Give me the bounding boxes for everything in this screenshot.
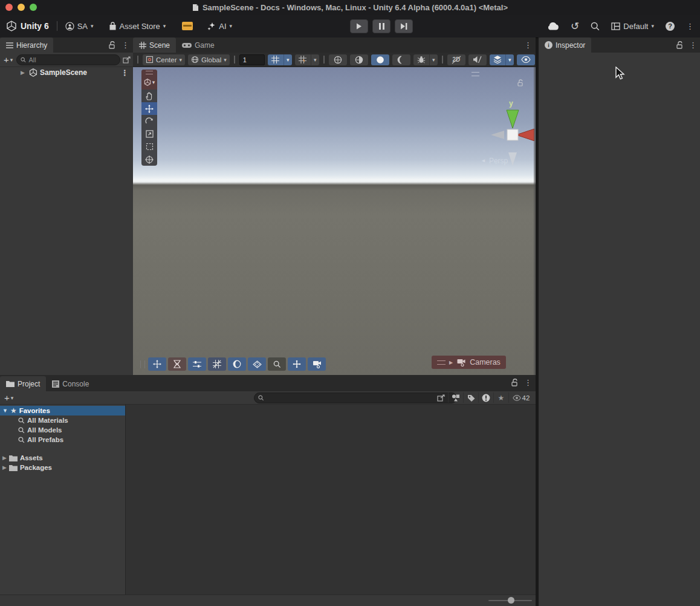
step-button[interactable] <box>395 19 413 33</box>
filter-by-label-button[interactable] <box>463 393 478 403</box>
shadows-toggle[interactable] <box>392 54 410 65</box>
tree-item-all-materials[interactable]: All Materials <box>0 415 125 425</box>
disclosure-open-icon[interactable]: ▼ <box>2 408 8 414</box>
grid-snapping-toggle[interactable] <box>268 54 284 65</box>
layout-dropdown[interactable]: Default ▾ <box>611 22 654 31</box>
axis-y-cone[interactable] <box>507 110 519 128</box>
lighting-toggle[interactable] <box>371 54 389 65</box>
debug-draw-mode-dropdown[interactable]: ▾ <box>429 54 438 65</box>
overlay-move-button[interactable] <box>148 357 166 371</box>
overlay-history-button[interactable] <box>168 357 186 371</box>
overlay-iso-grid-button[interactable] <box>248 357 266 371</box>
grid-snapping-dropdown[interactable]: ▾ <box>284 54 292 65</box>
tab-console[interactable]: Console <box>46 376 95 391</box>
project-search[interactable] <box>254 393 457 403</box>
lock-icon[interactable] <box>109 41 115 49</box>
panel-menu-icon[interactable]: ⋮ <box>122 41 129 50</box>
panel-menu-icon[interactable]: ⋮ <box>524 41 532 50</box>
tab-scene[interactable]: Scene <box>133 37 176 53</box>
drag-handle[interactable] <box>137 56 138 64</box>
tree-item-packages[interactable]: ▶ Packages <box>0 463 125 472</box>
move-tool-button[interactable] <box>141 102 157 115</box>
2d-view-toggle[interactable]: 2D <box>447 54 465 65</box>
thumbnail-zoom-slider[interactable] <box>488 600 532 601</box>
tab-game[interactable]: Game <box>176 37 221 53</box>
scene-visibility-toggle[interactable] <box>517 54 535 65</box>
tree-item-assets[interactable]: ▶ Assets <box>0 453 125 463</box>
orientation-mode-dropdown[interactable]: Global ▾ <box>188 54 230 65</box>
overlay-drag-handle[interactable] <box>141 70 157 75</box>
toolbar-more-menu[interactable]: ⋮ <box>686 22 694 31</box>
axis-left-cone[interactable] <box>491 131 504 139</box>
item-menu-icon[interactable]: ⋮ <box>121 68 129 77</box>
zoom-window-button[interactable] <box>30 4 37 11</box>
panel-menu-icon[interactable]: ⋮ <box>689 41 697 50</box>
scene-scrollbar[interactable] <box>534 67 536 375</box>
package-manager-button[interactable] <box>182 22 193 30</box>
tree-item-all-prefabs[interactable]: All Prefabs <box>0 435 125 445</box>
gizmo-center-cube[interactable] <box>507 129 518 140</box>
disclosure-icon[interactable]: ▶ <box>21 70 25 76</box>
hierarchy-item-samplescene[interactable]: ▶ SampleScene ⋮ <box>0 67 133 78</box>
disclosure-closed-icon[interactable]: ▶ <box>2 455 7 461</box>
tab-project[interactable]: Project <box>0 376 46 391</box>
drag-handle[interactable] <box>442 56 443 64</box>
pivot-mode-dropdown[interactable]: Center ▾ <box>143 54 185 65</box>
asset-store-menu[interactable]: Asset Store ▾ <box>109 22 166 31</box>
overlay-drag-handle[interactable] <box>437 360 446 365</box>
visible-count-indicator[interactable]: 42 <box>508 393 533 403</box>
lock-icon[interactable] <box>511 379 518 386</box>
disclosure-closed-icon[interactable]: ▶ <box>2 464 7 471</box>
ai-menu[interactable]: AI ▾ <box>207 22 232 31</box>
rotate-tool-button[interactable] <box>141 115 157 128</box>
grid-visibility-dropdown[interactable]: ▾ <box>311 54 319 65</box>
filter-importance-button[interactable] <box>478 393 493 403</box>
panel-menu-icon[interactable]: ⋮ <box>524 378 532 387</box>
grid-snap-value-field[interactable] <box>239 54 265 65</box>
open-in-search-button[interactable] <box>433 393 448 403</box>
tool-settings-dropdown[interactable]: ▾ <box>141 75 157 90</box>
close-window-button[interactable] <box>5 4 13 11</box>
overlay-cameras-button[interactable] <box>308 357 326 371</box>
help-button[interactable]: ? <box>666 22 675 31</box>
drag-handle[interactable] <box>140 360 145 368</box>
tab-hierarchy[interactable]: Hierarchy <box>0 37 53 53</box>
overlay-grid-button[interactable] <box>208 357 226 371</box>
filter-by-type-button[interactable] <box>448 393 463 403</box>
search-icon[interactable] <box>591 22 600 31</box>
shading-shaded-wireframe-toggle[interactable] <box>350 54 368 65</box>
gizmo-lock-icon[interactable] <box>517 79 523 86</box>
effects-toggle[interactable] <box>490 54 505 65</box>
gizmo-drag-handle[interactable] <box>472 72 479 76</box>
debug-draw-mode-toggle[interactable] <box>413 54 429 65</box>
overlay-settings-button[interactable] <box>188 357 206 371</box>
cameras-overlay[interactable]: ▶ Cameras <box>432 356 506 369</box>
tree-item-all-models[interactable]: All Models <box>0 425 125 435</box>
overlay-transform-button[interactable] <box>288 357 306 371</box>
transform-tool-button[interactable] <box>141 153 157 166</box>
minimize-window-button[interactable] <box>18 4 25 11</box>
overlay-shading-button[interactable] <box>228 357 246 371</box>
cloud-services-icon[interactable] <box>546 22 559 30</box>
overlay-search-button[interactable] <box>268 357 286 371</box>
create-object-button[interactable]: + ▾ <box>2 54 14 65</box>
axis-x-cone[interactable] <box>516 129 534 141</box>
rect-tool-button[interactable] <box>141 140 157 153</box>
audio-toggle[interactable] <box>468 54 487 65</box>
drag-handle[interactable] <box>234 56 235 64</box>
axis-down-cone[interactable] <box>508 152 517 166</box>
pause-button[interactable] <box>372 19 391 33</box>
pick-object-icon[interactable] <box>123 56 131 64</box>
slider-knob[interactable] <box>508 597 514 604</box>
project-search-input[interactable] <box>267 394 453 402</box>
undo-history-icon[interactable]: ↺ <box>571 20 579 33</box>
tree-item-favorites[interactable]: ▼ ★ Favorites <box>0 406 125 415</box>
play-button[interactable] <box>350 19 368 33</box>
expand-icon[interactable]: ▶ <box>449 360 453 365</box>
tab-inspector[interactable]: i Inspector <box>539 37 591 53</box>
project-content-area[interactable] <box>126 405 536 595</box>
effects-dropdown[interactable]: ▾ <box>505 54 514 65</box>
grid-visibility-toggle[interactable] <box>295 54 311 65</box>
view-tool-button[interactable] <box>141 90 157 102</box>
scale-tool-button[interactable] <box>141 128 157 140</box>
